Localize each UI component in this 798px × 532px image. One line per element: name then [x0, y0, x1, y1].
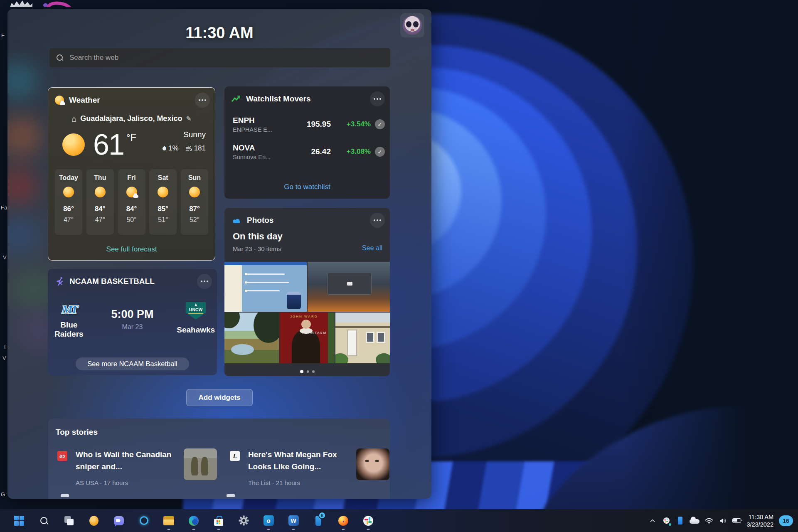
top-stories-widget: Top stories as Who is Wali the Canadian … [48, 419, 390, 499]
cut-off-story-icon [227, 494, 235, 497]
taskbar-clock[interactable]: 11:30 AM 3/23/2022 [746, 513, 773, 528]
clock-date: 3/23/2022 [746, 521, 773, 528]
forecast-day[interactable]: Thu 84° 47° [86, 169, 114, 235]
settings-icon[interactable] [234, 511, 254, 531]
precipitation-icon [162, 146, 167, 151]
teams-chat-icon[interactable] [109, 511, 129, 531]
notification-count-badge[interactable]: 16 [779, 515, 793, 526]
weather-title: Weather [69, 96, 100, 105]
photo-stormy-sky[interactable] [308, 262, 390, 312]
desktop-app-icon[interactable] [43, 0, 81, 7]
presence-dot [668, 522, 672, 527]
volume-icon[interactable] [719, 512, 727, 529]
wallpaper-shade [623, 0, 798, 532]
game-time: 5:00 PM [108, 308, 158, 321]
battery-icon[interactable] [732, 512, 741, 529]
photo-house-exterior[interactable] [335, 313, 390, 363]
word-icon[interactable]: W [283, 511, 303, 531]
temperature-unit: °F [126, 132, 136, 143]
account-avatar-button[interactable] [400, 13, 424, 37]
watchlist-more-menu-button[interactable] [370, 91, 385, 106]
avatar [403, 16, 422, 35]
your-phone-icon[interactable]: 8 [308, 511, 328, 531]
sunny-icon [189, 187, 200, 197]
hidden-icons-chevron[interactable] [648, 512, 657, 529]
watched-check-icon[interactable]: ✓ [375, 147, 385, 157]
weather-widget: Weather ⌂ Guadalajara, Jalisco, Mexico ✎… [48, 87, 215, 261]
slack-tray-icon[interactable] [662, 512, 670, 529]
onedrive-tray-icon[interactable] [690, 512, 699, 529]
game-matchup[interactable]: MT Blue Raiders 5:00 PM Mar 23 UNCW Seah… [48, 302, 217, 339]
outlook-icon[interactable]: o [259, 511, 278, 531]
photo-marsh-landscape[interactable] [224, 313, 279, 363]
cortana-icon[interactable] [134, 511, 154, 531]
edge-icon[interactable] [184, 511, 204, 531]
system-tray: 11:30 AM 3/23/2022 16 [648, 509, 793, 532]
desktop-icon-label[interactable]: G [1, 491, 5, 498]
firefox-icon[interactable] [333, 511, 353, 531]
clock-time: 11:30 AM [746, 513, 773, 521]
task-view-icon[interactable] [59, 511, 79, 531]
home-icon: ⌂ [71, 115, 76, 123]
microsoft-store-icon[interactable] [209, 511, 229, 531]
news-story[interactable]: as Who is Wali the Canadian sniper and..… [57, 448, 220, 490]
slack-icon[interactable] [358, 511, 378, 531]
current-temperature: 61 [93, 128, 124, 162]
desktop-icon-label[interactable]: Fa [1, 204, 7, 211]
photos-widget: Photos On this day Mar 23 · 30 items See… [224, 208, 390, 376]
precipitation-value: 1% [168, 144, 179, 153]
wind-value: 181 [194, 144, 206, 153]
see-full-forecast-link[interactable]: See full forecast [48, 245, 215, 254]
forecast-day[interactable]: Today 86° 47° [55, 169, 82, 235]
edit-location-icon[interactable]: ✎ [186, 115, 191, 123]
search-taskbar-icon[interactable] [34, 511, 54, 531]
start-button[interactable] [9, 511, 29, 531]
sunny-icon [63, 187, 74, 197]
sunny-icon [95, 187, 106, 197]
sunny-icon [158, 187, 168, 197]
desktop-icon-label[interactable]: V [3, 254, 7, 261]
stock-row[interactable]: NOVA Sunnova En... 26.42 +3.08% ✓ [233, 140, 385, 164]
news-story[interactable]: L Here's What Megan Fox Looks Like Going… [230, 448, 390, 490]
sports-more-menu-button[interactable] [197, 274, 212, 289]
panel-clock: 11:30 AM [7, 24, 431, 42]
phone-link-tray-icon[interactable] [676, 512, 684, 529]
photos-grid: JOHN WARD PHANTASM [224, 262, 390, 364]
sports-title: NCAAM BASKETBALL [69, 277, 155, 286]
watched-check-icon[interactable]: ✓ [375, 119, 385, 129]
weather-more-menu-button[interactable] [195, 93, 210, 108]
weather-condition: Sunny [163, 130, 206, 139]
top-stories-title: Top stories [56, 428, 98, 437]
weather-sun-icon [55, 96, 64, 105]
page-dot[interactable] [300, 370, 303, 373]
see-all-link[interactable]: See all [362, 244, 382, 252]
forecast-day[interactable]: Fri 84° 50° [118, 169, 145, 235]
wind-icon [185, 146, 192, 151]
page-dot[interactable] [312, 370, 315, 373]
page-dot[interactable] [307, 370, 309, 373]
photo-backup-utility-screenshot[interactable] [224, 262, 307, 312]
desktop-icon-label[interactable]: F [1, 32, 5, 39]
forecast-day[interactable]: Sun 87° 52° [181, 169, 208, 235]
trending-up-icon [231, 94, 241, 103]
desktop-icon-label[interactable]: V [2, 355, 6, 361]
weather-location: Guadalajara, Jalisco, Mexico [80, 114, 182, 123]
desktop-icon-label[interactable]: L [4, 344, 7, 350]
wifi-icon[interactable] [705, 512, 713, 529]
photos-more-menu-button[interactable] [370, 213, 385, 228]
photos-subtitle: Mar 23 · 30 items [233, 245, 281, 252]
story-thumbnail-soldiers [184, 448, 217, 480]
file-explorer-icon[interactable] [159, 511, 179, 531]
photo-portrait-album-cover[interactable]: JOHN WARD PHANTASM [280, 313, 334, 363]
search-input[interactable] [69, 54, 384, 62]
forecast-day[interactable]: Sat 85° 51° [149, 169, 177, 235]
the-list-source-icon: L [230, 451, 240, 461]
add-widgets-button[interactable]: Add widgets [186, 389, 253, 406]
stock-row[interactable]: ENPH ENPHASE E... 195.95 +3.54% ✓ [233, 112, 385, 136]
go-to-watchlist-link[interactable]: Go to watchlist [224, 183, 390, 191]
see-more-basketball-button[interactable]: See more NCAAM Basketball [76, 357, 189, 370]
orange-app-icon[interactable] [84, 511, 104, 531]
taskbar-apps: o W 8 [7, 509, 381, 532]
onedrive-cloud-icon [231, 216, 242, 224]
web-search-bar[interactable] [49, 48, 390, 67]
